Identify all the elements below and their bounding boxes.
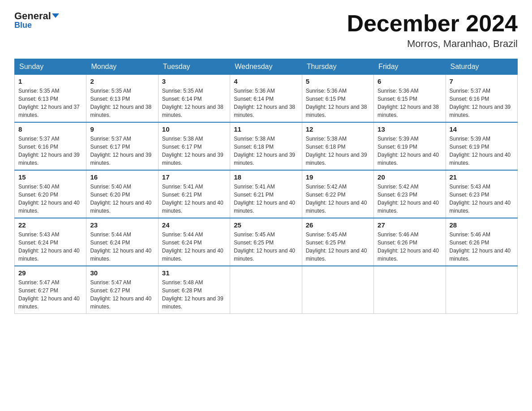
day-number: 23: [90, 221, 154, 229]
day-info: Sunrise: 5:43 AM Sunset: 6:23 PM Dayligh…: [450, 183, 514, 215]
day-number: 27: [378, 221, 442, 229]
calendar-cell: [446, 266, 517, 314]
day-info: Sunrise: 5:43 AM Sunset: 6:24 PM Dayligh…: [18, 231, 82, 263]
day-info: Sunrise: 5:46 AM Sunset: 6:26 PM Dayligh…: [450, 231, 514, 263]
calendar-cell: 21 Sunrise: 5:43 AM Sunset: 6:23 PM Dayl…: [446, 170, 517, 218]
calendar-week-3: 15 Sunrise: 5:40 AM Sunset: 6:20 PM Dayl…: [15, 170, 518, 218]
calendar-cell: 12 Sunrise: 5:38 AM Sunset: 6:18 PM Dayl…: [302, 122, 373, 170]
day-info: Sunrise: 5:38 AM Sunset: 6:18 PM Dayligh…: [234, 135, 298, 167]
calendar-table: SundayMondayTuesdayWednesdayThursdayFrid…: [14, 59, 518, 314]
day-number: 25: [234, 221, 298, 229]
day-info: Sunrise: 5:46 AM Sunset: 6:26 PM Dayligh…: [378, 231, 442, 263]
day-number: 18: [234, 173, 298, 181]
day-info: Sunrise: 5:42 AM Sunset: 6:22 PM Dayligh…: [306, 183, 370, 215]
day-number: 5: [306, 77, 370, 85]
day-info: Sunrise: 5:40 AM Sunset: 6:20 PM Dayligh…: [90, 183, 154, 215]
calendar-cell: 7 Sunrise: 5:37 AM Sunset: 6:16 PM Dayli…: [446, 75, 517, 123]
calendar-week-5: 29 Sunrise: 5:47 AM Sunset: 6:27 PM Dayl…: [15, 266, 518, 314]
calendar-cell: [230, 266, 302, 314]
calendar-cell: 19 Sunrise: 5:42 AM Sunset: 6:22 PM Dayl…: [302, 170, 373, 218]
logo-blue-text: Blue: [14, 21, 32, 30]
calendar-cell: 23 Sunrise: 5:44 AM Sunset: 6:24 PM Dayl…: [86, 218, 158, 266]
day-number: 21: [450, 173, 514, 181]
day-number: 17: [162, 173, 226, 181]
day-number: 14: [450, 125, 514, 133]
logo: General Blue: [14, 11, 59, 30]
day-info: Sunrise: 5:40 AM Sunset: 6:20 PM Dayligh…: [18, 183, 82, 215]
calendar-week-4: 22 Sunrise: 5:43 AM Sunset: 6:24 PM Dayl…: [15, 218, 518, 266]
day-number: 11: [234, 125, 298, 133]
day-info: Sunrise: 5:38 AM Sunset: 6:18 PM Dayligh…: [306, 135, 370, 167]
day-number: 4: [234, 77, 298, 85]
calendar-cell: 31 Sunrise: 5:48 AM Sunset: 6:28 PM Dayl…: [158, 266, 230, 314]
day-info: Sunrise: 5:36 AM Sunset: 6:14 PM Dayligh…: [234, 87, 298, 119]
day-number: 28: [450, 221, 514, 229]
calendar-header-row: SundayMondayTuesdayWednesdayThursdayFrid…: [15, 59, 518, 75]
calendar-cell: 8 Sunrise: 5:37 AM Sunset: 6:16 PM Dayli…: [15, 122, 86, 170]
title-area: December 2024 Morros, Maranhao, Brazil: [347, 11, 518, 50]
calendar-cell: 24 Sunrise: 5:44 AM Sunset: 6:24 PM Dayl…: [158, 218, 230, 266]
day-info: Sunrise: 5:45 AM Sunset: 6:25 PM Dayligh…: [234, 231, 298, 263]
day-number: 22: [18, 221, 82, 229]
calendar-title: December 2024: [347, 11, 518, 36]
header-wednesday: Wednesday: [230, 59, 302, 75]
day-number: 31: [162, 269, 226, 277]
day-info: Sunrise: 5:41 AM Sunset: 6:21 PM Dayligh…: [234, 183, 298, 215]
day-info: Sunrise: 5:41 AM Sunset: 6:21 PM Dayligh…: [162, 183, 226, 215]
day-number: 30: [90, 269, 154, 277]
day-info: Sunrise: 5:35 AM Sunset: 6:13 PM Dayligh…: [90, 87, 154, 119]
header-saturday: Saturday: [446, 59, 517, 75]
day-number: 19: [306, 173, 370, 181]
day-info: Sunrise: 5:35 AM Sunset: 6:13 PM Dayligh…: [18, 87, 82, 119]
calendar-week-2: 8 Sunrise: 5:37 AM Sunset: 6:16 PM Dayli…: [15, 122, 518, 170]
calendar-cell: 14 Sunrise: 5:39 AM Sunset: 6:19 PM Dayl…: [446, 122, 517, 170]
day-info: Sunrise: 5:42 AM Sunset: 6:23 PM Dayligh…: [378, 183, 442, 215]
header-sunday: Sunday: [15, 59, 86, 75]
calendar-cell: 4 Sunrise: 5:36 AM Sunset: 6:14 PM Dayli…: [230, 75, 302, 123]
calendar-cell: 15 Sunrise: 5:40 AM Sunset: 6:20 PM Dayl…: [15, 170, 86, 218]
day-info: Sunrise: 5:36 AM Sunset: 6:15 PM Dayligh…: [306, 87, 370, 119]
day-info: Sunrise: 5:38 AM Sunset: 6:17 PM Dayligh…: [162, 135, 226, 167]
calendar-subtitle: Morros, Maranhao, Brazil: [347, 38, 518, 50]
calendar-cell: 27 Sunrise: 5:46 AM Sunset: 6:26 PM Dayl…: [374, 218, 446, 266]
calendar-cell: 16 Sunrise: 5:40 AM Sunset: 6:20 PM Dayl…: [86, 170, 158, 218]
calendar-cell: 20 Sunrise: 5:42 AM Sunset: 6:23 PM Dayl…: [374, 170, 446, 218]
day-info: Sunrise: 5:44 AM Sunset: 6:24 PM Dayligh…: [90, 231, 154, 263]
calendar-cell: 28 Sunrise: 5:46 AM Sunset: 6:26 PM Dayl…: [446, 218, 517, 266]
day-number: 13: [378, 125, 442, 133]
calendar-cell: 10 Sunrise: 5:38 AM Sunset: 6:17 PM Dayl…: [158, 122, 230, 170]
calendar-cell: 1 Sunrise: 5:35 AM Sunset: 6:13 PM Dayli…: [15, 75, 86, 123]
day-info: Sunrise: 5:44 AM Sunset: 6:24 PM Dayligh…: [162, 231, 226, 263]
day-info: Sunrise: 5:47 AM Sunset: 6:27 PM Dayligh…: [90, 278, 154, 311]
calendar-cell: 11 Sunrise: 5:38 AM Sunset: 6:18 PM Dayl…: [230, 122, 302, 170]
day-number: 24: [162, 221, 226, 229]
calendar-cell: [302, 266, 373, 314]
day-number: 9: [90, 125, 154, 133]
calendar-cell: 13 Sunrise: 5:39 AM Sunset: 6:19 PM Dayl…: [374, 122, 446, 170]
calendar-cell: 17 Sunrise: 5:41 AM Sunset: 6:21 PM Dayl…: [158, 170, 230, 218]
day-number: 29: [18, 269, 82, 277]
day-info: Sunrise: 5:37 AM Sunset: 6:16 PM Dayligh…: [450, 87, 514, 119]
calendar-cell: 5 Sunrise: 5:36 AM Sunset: 6:15 PM Dayli…: [302, 75, 373, 123]
day-info: Sunrise: 5:48 AM Sunset: 6:28 PM Dayligh…: [162, 278, 226, 311]
page-header: General Blue December 2024 Morros, Maran…: [14, 11, 518, 50]
day-info: Sunrise: 5:35 AM Sunset: 6:14 PM Dayligh…: [162, 87, 226, 119]
day-number: 12: [306, 125, 370, 133]
day-number: 15: [18, 173, 82, 181]
header-monday: Monday: [86, 59, 158, 75]
day-number: 10: [162, 125, 226, 133]
header-friday: Friday: [374, 59, 446, 75]
day-number: 16: [90, 173, 154, 181]
day-number: 26: [306, 221, 370, 229]
day-number: 20: [378, 173, 442, 181]
day-info: Sunrise: 5:37 AM Sunset: 6:16 PM Dayligh…: [18, 135, 82, 167]
calendar-cell: 2 Sunrise: 5:35 AM Sunset: 6:13 PM Dayli…: [86, 75, 158, 123]
calendar-cell: 25 Sunrise: 5:45 AM Sunset: 6:25 PM Dayl…: [230, 218, 302, 266]
calendar-cell: 6 Sunrise: 5:36 AM Sunset: 6:15 PM Dayli…: [374, 75, 446, 123]
day-info: Sunrise: 5:39 AM Sunset: 6:19 PM Dayligh…: [450, 135, 514, 167]
logo-name: General: [14, 11, 59, 21]
calendar-cell: 9 Sunrise: 5:37 AM Sunset: 6:17 PM Dayli…: [86, 122, 158, 170]
day-number: 8: [18, 125, 82, 133]
calendar-cell: 30 Sunrise: 5:47 AM Sunset: 6:27 PM Dayl…: [86, 266, 158, 314]
calendar-cell: 29 Sunrise: 5:47 AM Sunset: 6:27 PM Dayl…: [15, 266, 86, 314]
